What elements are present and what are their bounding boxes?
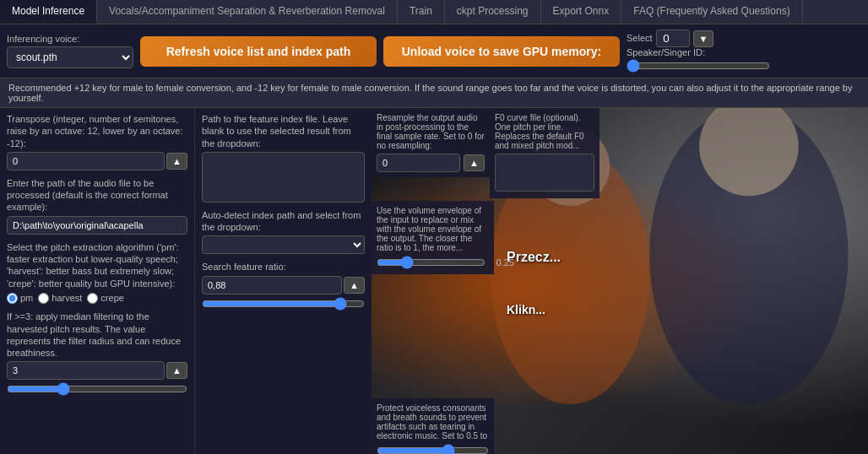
median-filter-group: If >=3: apply median filtering to the ha… — [7, 311, 187, 396]
resample-btn[interactable]: ▲ — [464, 154, 485, 171]
feature-index-group: Path to the feature index file. Leave bl… — [202, 113, 365, 203]
auto-detect-label: Auto-detect index path and select from t… — [202, 209, 365, 234]
artifacts-section: Protect voiceless consonants and breath … — [372, 398, 494, 454]
search-feature-label: Search feature ratio: — [202, 261, 365, 273]
median-filter-label: If >=3: apply median filtering to the ha… — [7, 311, 187, 359]
median-filter-input[interactable] — [7, 361, 165, 380]
left-column: Transpose (integer, number of semitones,… — [0, 108, 194, 454]
pitch-harvest-option[interactable]: harvest — [38, 292, 82, 304]
pitch-pm-label: pm — [20, 292, 33, 304]
select-input[interactable] — [656, 30, 690, 47]
middle-column: Path to the feature index file. Leave bl… — [194, 108, 372, 454]
audio-path-input[interactable] — [7, 216, 187, 235]
auto-detect-dropdown[interactable] — [202, 235, 365, 254]
feature-index-input[interactable] — [202, 152, 365, 203]
volume-section: Use the volume envelope of the input to … — [372, 201, 494, 274]
median-filter-slider[interactable] — [7, 382, 187, 396]
feature-index-label: Path to the feature index file. Leave bl… — [202, 113, 365, 149]
median-filter-btn[interactable]: ▲ — [166, 362, 187, 379]
resample-section: Resample the output audio in post-proces… — [372, 108, 490, 177]
transpose-input[interactable] — [7, 152, 165, 170]
tab-vocals-separation[interactable]: Vocals/Accompaniment Separation & Reverb… — [97, 0, 398, 24]
volume-label: Use the volume envelope of the input to … — [377, 206, 481, 252]
artifacts-label: Protect voiceless consonants and breath … — [377, 403, 487, 440]
pitch-crepe-radio[interactable] — [87, 293, 98, 304]
unload-voice-button[interactable]: Unload voice to save GPU memory: — [383, 36, 620, 67]
tab-bar: Model Inference Vocals/Accompaniment Sep… — [0, 0, 868, 24]
resample-input[interactable] — [377, 154, 460, 172]
search-feature-input[interactable] — [202, 276, 342, 295]
auto-detect-group: Auto-detect index path and select from t… — [202, 209, 365, 255]
overlay-text-2: Klikn... — [507, 303, 545, 316]
pitch-radio-group: pm harvest crepe — [7, 292, 187, 304]
voice-select[interactable]: scout.pth — [7, 46, 133, 68]
tab-export-onnx[interactable]: Export Onnx — [541, 0, 622, 24]
voice-select-group: Inferencing voice: scout.pth — [7, 34, 133, 68]
pitch-algo-label: Select the pitch extraction algorithm ('… — [7, 241, 187, 289]
transpose-label: Transpose (integer, number of semitones,… — [7, 113, 187, 149]
pitch-harvest-radio[interactable] — [38, 293, 49, 304]
info-text: Recommended +12 key for male to female c… — [8, 83, 852, 103]
tab-faq[interactable]: FAQ (Frequently Asked Questions) — [621, 0, 802, 24]
refresh-voice-button[interactable]: Refresh voice list and index path — [140, 36, 377, 67]
transpose-btn[interactable]: ▲ — [166, 153, 187, 170]
speaker-singer-label: Speaker/Singer ID: — [627, 47, 812, 57]
search-feature-btn[interactable]: ▲ — [344, 277, 365, 294]
pitch-crepe-option[interactable]: crepe — [87, 292, 124, 304]
select-label: Select — [627, 33, 653, 43]
speaker-slider[interactable] — [627, 59, 770, 73]
transpose-group: Transpose (integer, number of semitones,… — [7, 113, 187, 170]
pitch-pm-radio[interactable] — [7, 293, 18, 304]
f0-label: F0 curve file (optional). One pitch per … — [495, 113, 584, 150]
tab-model-inference[interactable]: Model Inference — [0, 0, 97, 24]
info-bar: Recommended +12 key for male to female c… — [0, 78, 868, 108]
tab-train[interactable]: Train — [398, 0, 445, 24]
pitch-algo-group: Select the pitch extraction algorithm ('… — [7, 241, 187, 304]
f0-input[interactable] — [495, 154, 594, 192]
pitch-pm-option[interactable]: pm — [7, 292, 33, 304]
select-dropdown-btn[interactable]: ▼ — [693, 30, 714, 47]
inferencing-voice-label: Inferencing voice: — [7, 34, 133, 44]
f0-section: F0 curve file (optional). One pitch per … — [490, 108, 599, 198]
right-area: Resample the output audio in post-proces… — [372, 108, 868, 454]
top-controls: Inferencing voice: scout.pth Refresh voi… — [0, 24, 868, 78]
search-feature-group: Search feature ratio: ▲ — [202, 261, 365, 310]
main-content: Transpose (integer, number of semitones,… — [0, 108, 868, 454]
resample-label: Resample the output audio in post-proces… — [377, 113, 485, 150]
speaker-group: Select ▼ Speaker/Singer ID: — [627, 30, 812, 73]
tab-ckpt-processing[interactable]: ckpt Processing — [445, 0, 541, 24]
pitch-crepe-label: crepe — [100, 292, 124, 304]
overlay-text-1: Przecz... — [507, 250, 561, 265]
audio-path-label: Enter the path of the audio file to be p… — [7, 177, 187, 213]
artifacts-slider[interactable] — [377, 444, 489, 454]
pitch-harvest-label: harvest — [52, 292, 82, 304]
volume-value: 0.25 — [489, 257, 514, 268]
audio-path-group: Enter the path of the audio file to be p… — [7, 177, 187, 235]
volume-slider[interactable] — [377, 256, 486, 269]
search-feature-slider[interactable] — [202, 297, 365, 311]
